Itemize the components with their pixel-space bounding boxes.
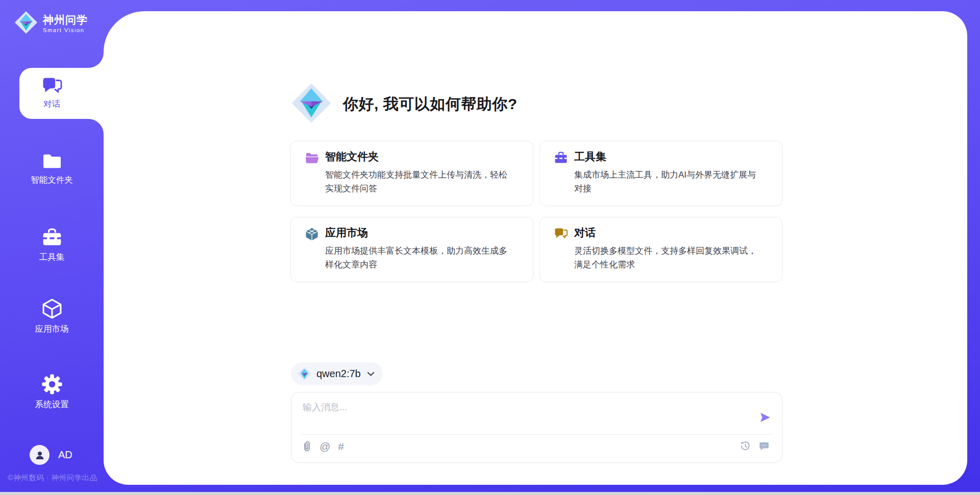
greeting-title: 你好, 我可以如何帮助你? bbox=[343, 94, 518, 115]
card-description: 灵活切换多模型文件，支持多样回复效果调试，满足个性化需求 bbox=[574, 244, 761, 271]
sidebar-item-app-market[interactable]: 应用市场 bbox=[0, 298, 104, 335]
hero-diamond-logo-icon bbox=[291, 82, 332, 126]
card-description: 集成市场上主流工具，助力AI与外界无缝扩展与对接 bbox=[574, 168, 761, 195]
model-name: qwen2:7b bbox=[316, 368, 361, 380]
mention-icon[interactable]: @ bbox=[320, 440, 330, 453]
toolbox-icon bbox=[41, 226, 63, 249]
avatar bbox=[30, 445, 50, 465]
model-selector[interactable]: qwen2:7b bbox=[291, 362, 383, 385]
window-bottom-edge bbox=[0, 492, 980, 495]
active-tab-scoop-top bbox=[88, 53, 104, 68]
composer-tools-left: @ # bbox=[302, 440, 344, 453]
person-icon bbox=[34, 449, 46, 461]
toolbox-icon bbox=[554, 151, 568, 165]
send-button[interactable] bbox=[758, 411, 772, 424]
send-icon bbox=[758, 411, 772, 424]
brand-logo-block: 神州问学 Smart Vision bbox=[14, 11, 88, 36]
message-input[interactable] bbox=[302, 400, 743, 432]
brand-subtitle: Smart Vision bbox=[43, 27, 88, 33]
sidebar-item-label: 系统设置 bbox=[0, 399, 104, 410]
gear-icon bbox=[41, 373, 63, 395]
active-tab-scoop-bottom bbox=[88, 119, 104, 134]
attachment-icon[interactable] bbox=[302, 440, 312, 453]
brand-name: 神州问学 bbox=[43, 14, 88, 26]
feedback-bubble-icon[interactable] bbox=[758, 440, 770, 452]
sidebar-item-label: 对话 bbox=[0, 98, 104, 110]
chat-icon bbox=[41, 74, 63, 96]
chevron-down-icon bbox=[367, 372, 375, 377]
user-profile[interactable]: AD bbox=[30, 445, 72, 465]
card-description: 智能文件夹功能支持批量文件上传与清洗，轻松实现文件问答 bbox=[325, 168, 512, 195]
sidebar-item-smart-folder[interactable]: 智能文件夹 bbox=[0, 150, 104, 186]
copyright-footer: ©神州数码 · 神州问学出品 bbox=[8, 473, 97, 483]
sidebar-item-label: 应用市场 bbox=[0, 324, 104, 335]
sidebar-item-toolset[interactable]: 工具集 bbox=[0, 226, 104, 263]
sidebar-item-settings[interactable]: 系统设置 bbox=[0, 373, 104, 410]
history-icon[interactable] bbox=[740, 440, 751, 452]
composer-divider bbox=[301, 434, 773, 435]
feature-cards: 智能文件夹 智能文件夹功能支持批量文件上传与清洗，轻松实现文件问答 工具集 集成… bbox=[290, 141, 782, 282]
card-title: 对话 bbox=[574, 226, 596, 240]
card-description: 应用市场提供丰富长文本模板，助力高效生成多样化文章内容 bbox=[325, 244, 512, 271]
card-smart-folder[interactable]: 智能文件夹 智能文件夹功能支持批量文件上传与清洗，轻松实现文件问答 bbox=[290, 141, 533, 206]
cube-icon bbox=[305, 227, 319, 241]
sidebar: 神州问学 Smart Vision 对话 bbox=[0, 0, 104, 495]
cube-icon bbox=[41, 298, 63, 320]
greeting-block: 你好, 我可以如何帮助你? bbox=[291, 82, 518, 126]
card-title: 应用市场 bbox=[325, 226, 368, 240]
card-chat[interactable]: 对话 灵活切换多模型文件，支持多样回复效果调试，满足个性化需求 bbox=[540, 217, 782, 282]
card-title: 工具集 bbox=[574, 150, 606, 164]
sidebar-item-label: 工具集 bbox=[0, 252, 104, 263]
card-title: 智能文件夹 bbox=[325, 150, 379, 164]
app-window: 神州问学 Smart Vision 对话 bbox=[0, 0, 980, 495]
card-app-market[interactable]: 应用市场 应用市场提供丰富长文本模板，助力高效生成多样化文章内容 bbox=[290, 217, 533, 282]
folder-icon bbox=[305, 151, 319, 165]
hashtag-icon[interactable]: # bbox=[338, 440, 344, 453]
brand-diamond-logo-icon bbox=[14, 11, 38, 36]
composer-tools-right bbox=[740, 440, 770, 452]
card-toolset[interactable]: 工具集 集成市场上主流工具，助力AI与外界无缝扩展与对接 bbox=[540, 141, 782, 206]
model-diamond-logo-icon bbox=[298, 367, 311, 381]
user-name: AD bbox=[58, 449, 72, 461]
folder-icon bbox=[41, 150, 63, 172]
chat-icon bbox=[554, 227, 568, 241]
sidebar-item-label: 智能文件夹 bbox=[0, 175, 104, 186]
message-composer: @ # bbox=[291, 392, 782, 463]
sidebar-item-chat[interactable]: 对话 bbox=[0, 74, 104, 110]
main-content: 你好, 我可以如何帮助你? 智能文件夹 智能文件夹功能支持批量文件上传与清洗，轻… bbox=[104, 11, 967, 485]
